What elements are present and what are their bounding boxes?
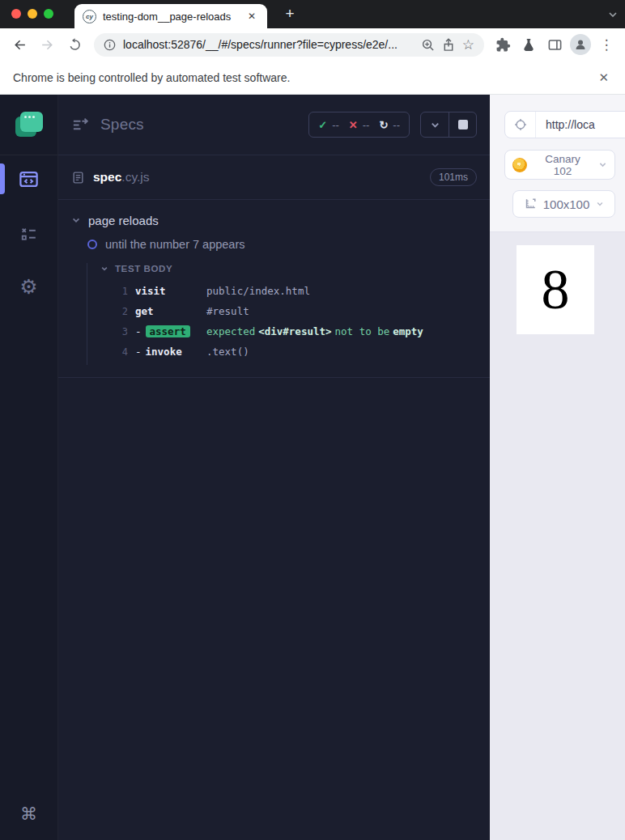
- canary-browser-icon: [512, 158, 527, 172]
- cypress-favicon-icon: cy: [83, 10, 96, 23]
- back-button[interactable]: [8, 33, 31, 56]
- pending-refresh-icon: ↻: [379, 119, 388, 131]
- command-dash: -: [135, 325, 142, 337]
- passed-count: --: [332, 119, 339, 131]
- chevron-down-icon: [596, 200, 604, 208]
- viewport-selector[interactable]: 100x100: [512, 190, 615, 218]
- tab-strip-chevron-icon[interactable]: [607, 9, 619, 20]
- reload-button[interactable]: [63, 33, 86, 56]
- side-panel-icon[interactable]: [544, 34, 565, 55]
- reporter-empty-area: [58, 377, 490, 840]
- cypress-sidebar: ⚙ ⌘: [0, 95, 58, 840]
- window-minimize-button[interactable]: [28, 9, 37, 19]
- sidebar-item-specs[interactable]: [0, 155, 57, 202]
- suite-title: page reloads: [88, 214, 159, 227]
- cypress-logo-icon[interactable]: [15, 112, 43, 137]
- browser-selector[interactable]: Canary 102: [504, 150, 615, 180]
- window-controls: [11, 9, 53, 19]
- command-name: visit: [135, 285, 206, 297]
- aut-controls: http://loca Canary 102: [490, 95, 625, 232]
- window-close-button[interactable]: [11, 9, 21, 19]
- specs-header: Specs ✓ -- ✕ -- ↻ --: [58, 95, 490, 155]
- cypress-app: ⚙ ⌘ Specs ✓ -- ✕ -- ↻: [0, 95, 625, 840]
- chevron-down-icon: [100, 265, 108, 273]
- assert-value: empty: [393, 325, 423, 337]
- browser-toolbar: localhost:52876/__/#/specs/runner?file=c…: [0, 28, 625, 61]
- forward-button[interactable]: [36, 33, 58, 56]
- ruler-icon: [524, 197, 537, 210]
- specs-list-icon[interactable]: [71, 116, 90, 134]
- new-tab-button[interactable]: +: [279, 3, 300, 24]
- run-controls: [420, 112, 477, 138]
- page-info-icon[interactable]: [104, 39, 116, 51]
- chevron-down-icon: [598, 160, 607, 169]
- command-row-assert[interactable]: 3 -assert expected<div#result>not to bee…: [71, 321, 477, 342]
- selector-crosshair-icon[interactable]: [514, 118, 527, 131]
- assert-text: expected: [206, 325, 255, 337]
- command-icon: ⌘: [20, 804, 37, 823]
- banner-close-icon[interactable]: ✕: [595, 69, 612, 87]
- runner-panel: Specs ✓ -- ✕ -- ↻ --: [58, 95, 490, 840]
- code-window-icon: [18, 168, 40, 190]
- stop-button[interactable]: [449, 112, 476, 137]
- command-name: -invoke: [135, 346, 206, 358]
- command-number: 2: [113, 306, 128, 317]
- address-bar[interactable]: localhost:52876/__/#/specs/runner?file=c…: [94, 33, 484, 57]
- aut-iframe: 8: [517, 245, 594, 334]
- screen: cy testing-dom__page-reloads ✕ + localho…: [0, 0, 625, 840]
- test-tree: page reloads until the number 7 appears …: [58, 200, 490, 375]
- test-row[interactable]: until the number 7 appears: [87, 232, 477, 257]
- failed-x-icon: ✕: [349, 119, 358, 131]
- spec-name: spec: [93, 170, 121, 184]
- collapse-button[interactable]: [421, 112, 449, 137]
- aut-url-bar[interactable]: http://loca: [504, 111, 625, 138]
- assert-text: not to be: [335, 325, 390, 337]
- gear-icon: ⚙: [19, 277, 37, 297]
- stop-square-icon: [458, 120, 468, 129]
- viewport-label: 100x100: [543, 197, 590, 211]
- sidebar-item-runs[interactable]: [0, 214, 57, 254]
- suite-row[interactable]: page reloads: [71, 208, 477, 232]
- url-text[interactable]: localhost:52876/__/#/specs/runner?file=c…: [123, 38, 414, 51]
- keyboard-shortcuts-button[interactable]: ⌘: [0, 804, 57, 824]
- test-running-spinner-icon: [87, 240, 97, 249]
- spec-document-icon: [71, 171, 85, 185]
- command-dash: -: [135, 346, 142, 358]
- assert-badge: assert: [146, 325, 190, 337]
- aut-panel: http://loca Canary 102: [490, 95, 625, 840]
- spec-file-row[interactable]: spec.cy.js 101ms: [58, 155, 490, 200]
- command-row-visit[interactable]: 1 visit public/index.html: [71, 281, 477, 301]
- command-number: 1: [113, 286, 128, 297]
- command-row-get[interactable]: 2 get #result: [71, 301, 477, 321]
- result-number: 8: [542, 261, 570, 318]
- flask-extension-icon[interactable]: [518, 34, 539, 55]
- chevron-down-icon: [430, 120, 440, 130]
- spec-extension: .cy.js: [121, 170, 149, 184]
- sidebar-item-settings[interactable]: ⚙: [0, 266, 57, 307]
- test-title: until the number 7 appears: [105, 238, 245, 251]
- window-maximize-button[interactable]: [44, 9, 53, 19]
- test-body-toggle[interactable]: TEST BODY: [100, 257, 477, 281]
- assert-subject: <div#result>: [258, 325, 331, 337]
- spec-duration-badge: 101ms: [430, 168, 477, 186]
- pending-count: --: [393, 119, 400, 131]
- zoom-icon[interactable]: [421, 38, 435, 52]
- browser-menu-icon[interactable]: ⋮: [596, 34, 617, 55]
- bookmark-star-icon[interactable]: ☆: [462, 36, 474, 53]
- failed-count: --: [363, 119, 370, 131]
- aut-address-text[interactable]: http://loca: [536, 118, 595, 131]
- extensions-puzzle-icon[interactable]: [492, 34, 513, 55]
- command-row-invoke[interactable]: 4 -invoke .text(): [71, 342, 477, 362]
- test-body-label: TEST BODY: [115, 264, 172, 274]
- run-stats[interactable]: ✓ -- ✕ -- ↻ --: [308, 112, 410, 138]
- profile-avatar[interactable]: [570, 34, 591, 55]
- tab-close-icon[interactable]: ✕: [244, 9, 259, 23]
- panel-title: Specs: [100, 116, 144, 134]
- assert-message: expected<div#result>not to beempty: [206, 325, 427, 337]
- share-icon[interactable]: [442, 38, 455, 52]
- tab-title: testing-dom__page-reloads: [103, 11, 244, 23]
- browser-tab[interactable]: cy testing-dom__page-reloads ✕: [74, 4, 267, 28]
- indent-guide: [87, 263, 87, 365]
- passed-check-icon: ✓: [318, 119, 327, 131]
- command-name: get: [135, 305, 206, 317]
